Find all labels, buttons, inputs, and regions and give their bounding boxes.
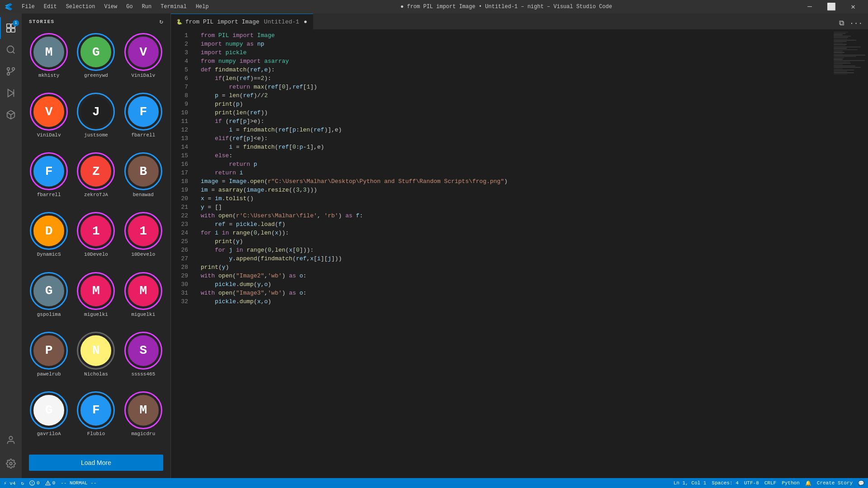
activity-search[interactable] (0, 39, 22, 61)
menu-help[interactable]: Help (191, 2, 213, 12)
line-number: 32 (171, 297, 188, 306)
close-button[interactable]: ✕ (843, 0, 863, 14)
story-item[interactable]: M miguelki (74, 272, 118, 328)
line-number: 15 (171, 151, 188, 160)
code-line: for j in range(0,len(x[0])): (201, 246, 832, 254)
maximize-button[interactable]: ⬜ (821, 0, 842, 14)
story-name: sssss465 (131, 371, 155, 377)
story-name: ViniDalv (37, 132, 61, 138)
story-item[interactable]: M magicdru (122, 391, 165, 447)
menu-view[interactable]: View (99, 2, 122, 12)
load-more-button[interactable]: Load More (29, 455, 163, 471)
menu-run[interactable]: Run (137, 2, 156, 12)
story-item[interactable]: M mkhisty (27, 33, 71, 89)
encoding-item[interactable]: UTF-8 (744, 480, 759, 486)
title-bar-left: File Edit Selection View Go Run Terminal… (5, 2, 213, 12)
line-number: 20 (171, 194, 188, 203)
code-editor: 1234567891011121314151617181920212223242… (171, 29, 868, 478)
more-actions-icon[interactable]: ··· (848, 18, 864, 29)
menu-edit[interactable]: Edit (39, 2, 61, 12)
story-avatar: M (124, 391, 162, 429)
warnings-item[interactable]: 0 (45, 480, 56, 486)
menu-go[interactable]: Go (122, 2, 137, 12)
code-line: i = findmatch(ref[0:p-1],e) (201, 143, 832, 151)
language-item[interactable]: Python (782, 480, 800, 486)
story-name: ViniDalv (131, 73, 155, 78)
activity-settings[interactable] (0, 453, 22, 474)
svg-rect-0 (7, 24, 10, 28)
line-number: 19 (171, 186, 188, 194)
story-name: greenywd (84, 73, 108, 78)
story-item[interactable]: S sssss465 (122, 332, 165, 388)
story-item[interactable]: Z zekroTJA (74, 152, 118, 208)
story-item[interactable]: D DynamicS (27, 212, 71, 268)
story-item[interactable]: 1 10Develo (74, 212, 118, 268)
story-name: miguelki (84, 312, 108, 317)
story-avatar: G (77, 33, 115, 71)
story-item[interactable]: F fbarrell (122, 93, 165, 149)
activity-account[interactable] (0, 429, 22, 451)
position-item[interactable]: Ln 1, Col 1 (674, 480, 707, 486)
errors-item[interactable]: 0 (29, 480, 40, 486)
activity-extensions-pkg[interactable] (0, 104, 22, 126)
story-avatar: P (30, 332, 68, 370)
menu-terminal[interactable]: Terminal (156, 2, 191, 12)
story-item[interactable]: M miguelki (122, 272, 165, 328)
story-avatar: 1 (77, 212, 115, 250)
line-number: 12 (171, 126, 188, 134)
story-item[interactable]: N Nicholas (74, 332, 118, 388)
story-item[interactable]: G greenywd (74, 33, 118, 89)
story-name: fbarrell (37, 192, 61, 197)
story-avatar: S (124, 332, 162, 370)
line-number: 11 (171, 117, 188, 126)
story-name: zekroTJA (84, 192, 108, 197)
story-item[interactable]: F Flubio (74, 391, 118, 447)
minimize-button[interactable]: — (799, 0, 820, 14)
title-bar-menu: File Edit Selection View Go Run Terminal… (17, 2, 213, 12)
code-content[interactable]: from PIL import Imageimport numpy as npi… (193, 29, 832, 478)
active-tab[interactable]: 🐍 from PIL import Image Untitled-1 ● (171, 14, 313, 29)
story-item[interactable]: G gavriloA (27, 391, 71, 447)
stories-header: STORIES ↻ (22, 14, 170, 29)
menu-selection[interactable]: Selection (61, 2, 100, 12)
activity-source-control[interactable] (0, 61, 22, 82)
story-item[interactable]: V ViniDalv (27, 93, 71, 149)
code-line: import numpy as np (201, 40, 832, 48)
status-bar-right: Ln 1, Col 1 Spaces: 4 UTF-8 CRLF Python … (674, 480, 864, 486)
story-avatar: M (124, 272, 162, 310)
story-avatar: F (30, 152, 68, 190)
svg-point-22 (47, 484, 48, 485)
stories-sidebar: STORIES ↻ M mkhisty G greenywd V ViniDal… (22, 14, 171, 478)
story-item[interactable]: G gspolima (27, 272, 71, 328)
split-editor-icon[interactable]: ⧉ (837, 17, 846, 29)
line-number: 1 (171, 31, 188, 40)
line-number: 6 (171, 74, 188, 83)
code-line: import pickle (201, 48, 832, 57)
story-avatar: D (30, 212, 68, 250)
story-item[interactable]: 1 10Develo (122, 212, 165, 268)
story-item[interactable]: B benawad (122, 152, 165, 208)
line-number: 28 (171, 263, 188, 272)
story-item[interactable]: J justsome (74, 93, 118, 149)
feedback-icon[interactable]: 💬 (858, 480, 864, 486)
code-line: with open(r'C:\Users\Malhar\file', 'rb')… (201, 211, 832, 220)
story-avatar: J (77, 93, 115, 131)
code-line: print(y) (201, 237, 832, 246)
line-ending-item[interactable]: CRLF (764, 480, 776, 486)
story-item[interactable]: P pawelrub (27, 332, 71, 388)
menu-file[interactable]: File (17, 2, 39, 12)
story-item[interactable]: F fbarrell (27, 152, 71, 208)
story-name: fbarrell (131, 132, 155, 138)
sync-icon[interactable]: ↻ (21, 480, 24, 486)
refresh-icon[interactable]: ↻ (160, 18, 163, 25)
story-item[interactable]: V ViniDalv (122, 33, 165, 89)
bell-icon[interactable]: 🔔 (805, 480, 811, 486)
line-number: 18 (171, 177, 188, 186)
activity-run[interactable] (0, 82, 22, 104)
version-item[interactable]: ⚡ v4 (4, 480, 15, 486)
activity-extensions[interactable]: 1 (0, 17, 22, 39)
create-story-item[interactable]: Create Story (817, 480, 853, 486)
line-number: 8 (171, 91, 188, 100)
line-number: 10 (171, 108, 188, 117)
spaces-item[interactable]: Spaces: 4 (712, 480, 738, 486)
